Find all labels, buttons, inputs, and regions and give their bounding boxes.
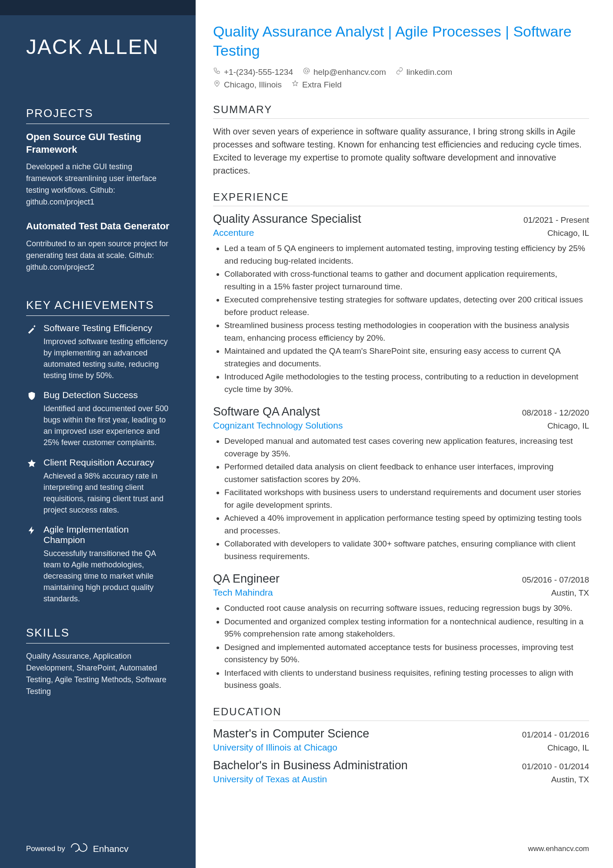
contact-row-2: Chicago, Illinois Extra Field — [213, 80, 589, 90]
exp-company: Accenture — [213, 228, 254, 238]
achievement-title: Client Requisition Accuracy — [43, 457, 170, 468]
exp-bullet: Maintained and updated the QA team's Sha… — [224, 345, 589, 370]
bolt-icon — [26, 524, 37, 604]
education-section: EDUCATION Master's in Computer Science 0… — [213, 706, 589, 784]
powered-by-text: Powered by — [26, 845, 65, 853]
education-item: Master's in Computer Science 01/2014 - 0… — [213, 727, 589, 753]
project-desc: Developed a niche GUI testing framework … — [26, 161, 170, 208]
exp-bullets: Developed manual and automated test case… — [213, 435, 589, 563]
edu-school: University of Illinois at Chicago — [213, 742, 337, 753]
exp-bullet: Facilitated workshops with business user… — [224, 486, 589, 511]
exp-dates: 05/2016 - 07/2018 — [522, 575, 589, 585]
exp-bullet: Collaborated with developers to validate… — [224, 538, 589, 563]
project-title: Automated Test Data Generator — [26, 220, 170, 233]
exp-location: Chicago, IL — [547, 421, 589, 431]
person-name: JACK ALLEN — [26, 35, 170, 59]
extra-text: Extra Field — [302, 80, 342, 90]
achievement-desc: Improved software testing efficiency by … — [43, 336, 170, 381]
summary-section: SUMMARY With over seven years of experie… — [213, 104, 589, 177]
exp-bullet: Documented and organized complex testing… — [224, 616, 589, 640]
experience-item: Software QA Analyst 08/2018 - 12/2020 Co… — [213, 405, 589, 563]
footer-left: Powered by Enhancv — [26, 842, 129, 855]
contact-extra: Extra Field — [291, 80, 342, 90]
exp-company: Cognizant Technology Solutions — [213, 420, 343, 431]
exp-bullet: Developed manual and automated test case… — [224, 435, 589, 460]
achievement-desc: Achieved a 98% accuracy rate in interpre… — [43, 470, 170, 516]
resume-page: JACK ALLEN PROJECTS Open Source GUI Test… — [0, 0, 613, 868]
projects-title: PROJECTS — [26, 107, 170, 124]
at-icon — [303, 67, 310, 77]
experience-section: EXPERIENCE Quality Assurance Specialist … — [213, 191, 589, 692]
exp-dates: 08/2018 - 12/2020 — [522, 408, 589, 418]
contact-linkedin: linkedin.com — [396, 67, 453, 77]
exp-bullet: Executed comprehensive testing strategie… — [224, 294, 589, 318]
sidebar-top-bar — [0, 0, 196, 15]
email-text: help@enhancv.com — [313, 67, 386, 77]
exp-company: Tech Mahindra — [213, 587, 273, 598]
exp-bullet: Collaborated with cross-functional teams… — [224, 268, 589, 293]
footer-url: www.enhancv.com — [528, 845, 589, 853]
exp-bullets: Led a team of 5 QA engineers to implemen… — [213, 242, 589, 395]
achievement-desc: Successfully transitioned the QA team to… — [43, 548, 170, 604]
wand-icon — [26, 323, 37, 381]
pin-icon — [213, 80, 221, 90]
link-icon — [396, 67, 403, 77]
experience-title: EXPERIENCE — [213, 191, 589, 206]
headline: Quality Assurance Analyst | Agile Proces… — [213, 22, 589, 60]
skills-title: SKILLS — [26, 626, 170, 643]
skills-text: Quality Assurance, Application Developme… — [26, 650, 170, 697]
contact-row-1: +1-(234)-555-1234 help@enhancv.com linke… — [213, 67, 589, 77]
exp-dates: 01/2021 - Present — [523, 215, 589, 225]
contact-email: help@enhancv.com — [303, 67, 386, 77]
sidebar: JACK ALLEN PROJECTS Open Source GUI Test… — [0, 0, 196, 868]
exp-bullet: Designed and implemented automated accep… — [224, 641, 589, 666]
achievements-title: KEY ACHIEVEMENTS — [26, 298, 170, 316]
exp-bullet: Streamlined business process testing met… — [224, 319, 589, 344]
main-column: Quality Assurance Analyst | Agile Proces… — [196, 0, 613, 868]
experience-item: QA Engineer 05/2016 - 07/2018 Tech Mahin… — [213, 572, 589, 692]
achievement-item: Software Testing Efficiency Improved sof… — [26, 323, 170, 381]
exp-bullet: Interfaced with clients to understand bu… — [224, 667, 589, 692]
star-outline-icon — [291, 80, 299, 90]
exp-bullet: Conducted root cause analysis on recurri… — [224, 602, 589, 615]
achievement-title: Agile Implementation Champion — [43, 524, 170, 545]
phone-icon — [213, 67, 221, 77]
edu-dates: 01/2010 - 01/2014 — [522, 762, 589, 771]
education-item: Bachelor's in Business Administration 01… — [213, 759, 589, 784]
linkedin-text: linkedin.com — [406, 67, 453, 77]
achievement-item: Client Requisition Accuracy Achieved a 9… — [26, 457, 170, 516]
shield-icon — [26, 390, 37, 448]
education-title: EDUCATION — [213, 706, 589, 721]
svg-point-0 — [305, 70, 308, 72]
contact-location: Chicago, Illinois — [213, 80, 282, 90]
exp-bullet: Achieved a 40% improvement in applicatio… — [224, 512, 589, 537]
achievement-item: Bug Detection Success Identified and doc… — [26, 390, 170, 448]
phone-text: +1-(234)-555-1234 — [224, 67, 293, 77]
exp-location: Austin, TX — [551, 588, 589, 598]
enhancv-logo-icon — [70, 842, 88, 855]
exp-location: Chicago, IL — [547, 228, 589, 238]
projects-section: PROJECTS Open Source GUI Testing Framewo… — [26, 107, 170, 285]
achievement-desc: Identified and documented over 500 bugs … — [43, 403, 170, 448]
edu-school: University of Texas at Austin — [213, 774, 327, 784]
achievement-title: Software Testing Efficiency — [43, 323, 170, 333]
exp-bullet: Introduced Agile methodologies to the te… — [224, 371, 589, 395]
edu-degree: Bachelor's in Business Administration — [213, 759, 408, 772]
project-desc: Contributed to an open source project fo… — [26, 238, 170, 273]
location-text: Chicago, Illinois — [224, 80, 282, 90]
edu-dates: 01/2014 - 01/2016 — [522, 730, 589, 740]
edu-location: Austin, TX — [551, 775, 589, 784]
page-footer: Powered by Enhancv www.enhancv.com — [26, 842, 589, 855]
exp-role: Software QA Analyst — [213, 405, 320, 419]
achievements-section: KEY ACHIEVEMENTS Software Testing Effici… — [26, 298, 170, 613]
star-icon — [26, 457, 37, 516]
summary-text: With over seven years of experience in s… — [213, 125, 589, 177]
project-title: Open Source GUI Testing Framework — [26, 131, 170, 156]
edu-degree: Master's in Computer Science — [213, 727, 369, 741]
exp-role: Quality Assurance Specialist — [213, 212, 361, 226]
achievement-item: Agile Implementation Champion Successful… — [26, 524, 170, 604]
brand-text: Enhancv — [93, 844, 129, 854]
experience-item: Quality Assurance Specialist 01/2021 - P… — [213, 212, 589, 395]
achievement-title: Bug Detection Success — [43, 390, 170, 400]
exp-role: QA Engineer — [213, 572, 280, 586]
